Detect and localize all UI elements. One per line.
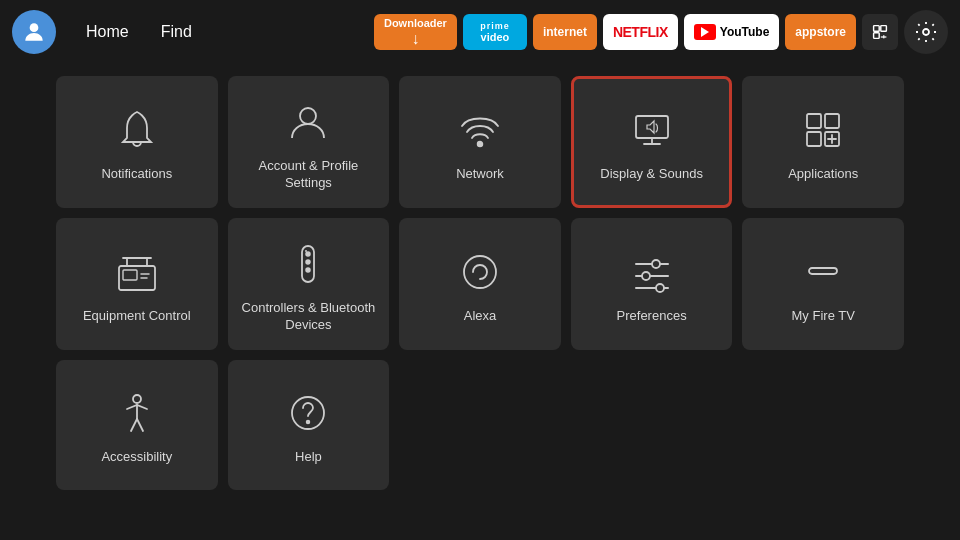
- app-downloader[interactable]: Downloader ↓: [374, 14, 457, 50]
- preferences-icon: [626, 246, 678, 298]
- network-label: Network: [456, 166, 504, 183]
- account-profile-icon: [282, 96, 334, 148]
- svg-point-0: [30, 23, 39, 32]
- tile-alexa[interactable]: Alexa: [399, 218, 561, 350]
- display-sounds-label: Display & Sounds: [600, 166, 703, 183]
- svg-point-18: [306, 260, 310, 264]
- svg-rect-9: [636, 116, 668, 138]
- tile-applications[interactable]: Applications: [742, 76, 904, 208]
- svg-point-25: [133, 395, 141, 403]
- app-netflix[interactable]: NETFLIX: [603, 14, 678, 50]
- controllers-bluetooth-icon: [282, 238, 334, 290]
- svg-rect-15: [123, 270, 137, 280]
- applications-icon: [797, 104, 849, 156]
- tile-preferences[interactable]: Preferences: [571, 218, 733, 350]
- nav-home[interactable]: Home: [72, 17, 143, 47]
- svg-rect-5: [881, 36, 887, 37]
- help-label: Help: [295, 449, 322, 466]
- header-apps: Downloader ↓ prime video internet NETFLI…: [374, 10, 948, 54]
- svg-point-8: [477, 142, 482, 147]
- alexa-label: Alexa: [464, 308, 497, 325]
- svg-point-17: [306, 252, 310, 256]
- help-icon: [282, 387, 334, 439]
- alexa-icon: [454, 246, 506, 298]
- svg-rect-2: [881, 26, 887, 32]
- settings-tiles: Notifications Account & Profile Settings: [56, 76, 904, 490]
- tile-account-profile[interactable]: Account & Profile Settings: [228, 76, 390, 208]
- svg-rect-12: [807, 132, 821, 146]
- tile-my-fire-tv[interactable]: My Fire TV: [742, 218, 904, 350]
- accessibility-icon: [111, 387, 163, 439]
- applications-label: Applications: [788, 166, 858, 183]
- svg-point-7: [300, 108, 316, 124]
- network-icon: [454, 104, 506, 156]
- app-prime-video[interactable]: prime video: [463, 14, 527, 50]
- svg-rect-10: [807, 114, 821, 128]
- notifications-label: Notifications: [101, 166, 172, 183]
- svg-point-21: [652, 260, 660, 268]
- svg-point-19: [306, 268, 310, 272]
- tile-equipment-control[interactable]: Equipment Control: [56, 218, 218, 350]
- equipment-control-label: Equipment Control: [83, 308, 191, 325]
- tile-help[interactable]: Help: [228, 360, 390, 490]
- app-internet[interactable]: internet: [533, 14, 597, 50]
- tile-controllers-bluetooth[interactable]: Controllers & Bluetooth Devices: [228, 218, 390, 350]
- settings-gear-button[interactable]: [904, 10, 948, 54]
- svg-point-27: [307, 421, 310, 424]
- equipment-control-icon: [111, 246, 163, 298]
- svg-rect-3: [874, 33, 880, 39]
- account-profile-label: Account & Profile Settings: [240, 158, 378, 192]
- my-fire-tv-label: My Fire TV: [792, 308, 855, 325]
- svg-rect-24: [809, 268, 837, 274]
- tile-accessibility[interactable]: Accessibility: [56, 360, 218, 490]
- svg-rect-1: [874, 26, 880, 32]
- display-sounds-icon: [626, 104, 678, 156]
- main-nav: Home Find: [72, 17, 206, 47]
- settings-grid: Notifications Account & Profile Settings: [0, 64, 960, 502]
- user-avatar[interactable]: [12, 10, 56, 54]
- app-grid-icon[interactable]: [862, 14, 898, 50]
- svg-rect-11: [825, 114, 839, 128]
- svg-point-6: [923, 29, 929, 35]
- notifications-icon: [111, 104, 163, 156]
- nav-find[interactable]: Find: [147, 17, 206, 47]
- my-fire-tv-icon: [797, 246, 849, 298]
- accessibility-label: Accessibility: [101, 449, 172, 466]
- tile-network[interactable]: Network: [399, 76, 561, 208]
- tile-display-sounds[interactable]: Display & Sounds: [571, 76, 733, 208]
- app-appstore[interactable]: appstore: [785, 14, 856, 50]
- svg-point-23: [656, 284, 664, 292]
- svg-point-22: [642, 272, 650, 280]
- tile-notifications[interactable]: Notifications: [56, 76, 218, 208]
- app-youtube[interactable]: YouTube: [684, 14, 780, 50]
- controllers-bluetooth-label: Controllers & Bluetooth Devices: [240, 300, 378, 334]
- preferences-label: Preferences: [617, 308, 687, 325]
- svg-point-20: [464, 256, 496, 288]
- header: Home Find Downloader ↓ prime video inter…: [0, 0, 960, 64]
